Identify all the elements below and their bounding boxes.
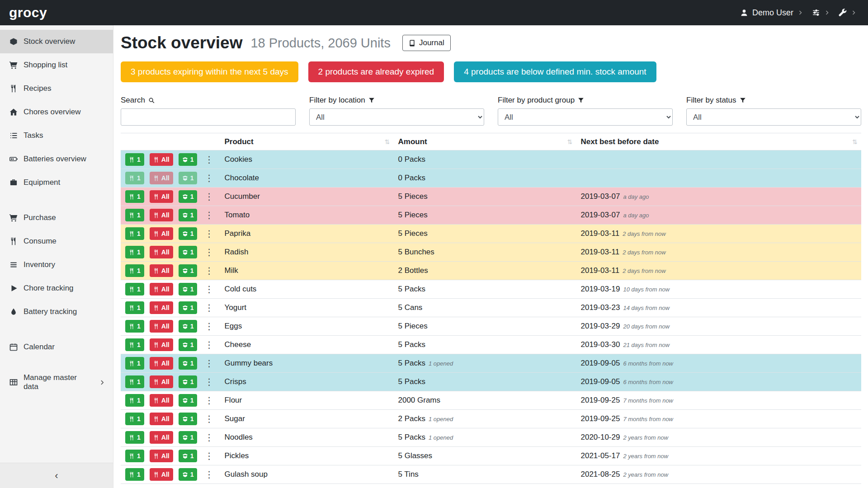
search-input[interactable] [121, 108, 296, 126]
consume-one-button[interactable]: 1 [125, 264, 144, 277]
open-one-button[interactable]: 1 [179, 338, 198, 351]
open-one-button[interactable]: 1 [179, 283, 198, 296]
sidebar-item-calendar[interactable]: Calendar [0, 335, 113, 359]
row-menu-button[interactable]: ⋮ [203, 229, 215, 238]
sidebar-item-purchase[interactable]: Purchase [0, 206, 113, 230]
sidebar-collapse-button[interactable]: ‹ [0, 463, 113, 488]
row-menu-button[interactable]: ⋮ [203, 266, 215, 275]
consume-all-button[interactable]: All [150, 172, 173, 184]
open-one-button[interactable]: 1 [179, 357, 198, 370]
consume-all-button[interactable]: All [150, 283, 173, 296]
row-menu-button[interactable]: ⋮ [203, 303, 215, 312]
consume-one-button[interactable]: 1 [125, 153, 144, 166]
product-group-filter-select[interactable]: All [498, 108, 673, 126]
row-menu-button[interactable]: ⋮ [203, 340, 215, 349]
sidebar-item-tasks[interactable]: Tasks [0, 124, 113, 147]
open-one-button[interactable]: 1 [179, 450, 198, 462]
row-menu-button[interactable]: ⋮ [203, 359, 215, 368]
open-one-button[interactable]: 1 [179, 172, 198, 184]
consume-all-button[interactable]: All [150, 227, 173, 240]
consume-all-button[interactable]: All [150, 468, 173, 481]
consume-one-button[interactable]: 1 [125, 320, 144, 333]
row-menu-button[interactable]: ⋮ [203, 414, 215, 423]
row-menu-button[interactable]: ⋮ [203, 174, 215, 183]
row-menu-button[interactable]: ⋮ [203, 377, 215, 386]
consume-all-button[interactable]: All [150, 338, 173, 351]
consume-all-button[interactable]: All [150, 153, 173, 166]
consume-one-button[interactable]: 1 [125, 468, 144, 481]
journal-button[interactable]: Journal [402, 35, 451, 51]
row-menu-button[interactable]: ⋮ [203, 470, 215, 479]
row-menu-button[interactable]: ⋮ [203, 211, 215, 220]
sidebar-item-chore-tracking[interactable]: Chore tracking [0, 277, 113, 300]
consume-one-button[interactable]: 1 [125, 413, 144, 425]
consume-one-button[interactable]: 1 [125, 375, 144, 388]
expired-alert[interactable]: 2 products are already expired [308, 61, 444, 82]
amount-column-header[interactable]: Amount⇅ [393, 133, 576, 150]
app-logo[interactable]: grocy [9, 5, 47, 20]
consume-one-button[interactable]: 1 [125, 283, 144, 296]
row-menu-button[interactable]: ⋮ [203, 285, 215, 294]
consume-all-button[interactable]: All [150, 450, 173, 462]
consume-all-button[interactable]: All [150, 264, 173, 277]
admin-menu[interactable] [839, 9, 856, 17]
consume-all-button[interactable]: All [150, 246, 173, 258]
consume-all-button[interactable]: All [150, 357, 173, 370]
open-one-button[interactable]: 1 [179, 413, 198, 425]
consume-one-button[interactable]: 1 [125, 394, 144, 407]
sidebar-item-battery-tracking[interactable]: Battery tracking [0, 300, 113, 324]
row-menu-button[interactable]: ⋮ [203, 451, 215, 460]
consume-one-button[interactable]: 1 [125, 190, 144, 203]
sidebar-item-recipes[interactable]: Recipes [0, 77, 113, 100]
status-filter-select[interactable]: All [686, 108, 861, 126]
open-one-button[interactable]: 1 [179, 190, 198, 203]
open-one-button[interactable]: 1 [179, 246, 198, 258]
consume-one-button[interactable]: 1 [125, 209, 144, 221]
row-menu-button[interactable]: ⋮ [203, 248, 215, 257]
consume-one-button[interactable]: 1 [125, 246, 144, 258]
sidebar-item-batteries-overview[interactable]: Batteries overview [0, 147, 113, 171]
product-column-header[interactable]: Product⇅ [220, 133, 393, 150]
open-one-button[interactable]: 1 [179, 468, 198, 481]
consume-all-button[interactable]: All [150, 301, 173, 314]
row-menu-button[interactable]: ⋮ [203, 155, 215, 164]
sidebar-item-equipment[interactable]: Equipment [0, 171, 113, 194]
open-one-button[interactable]: 1 [179, 264, 198, 277]
row-menu-button[interactable]: ⋮ [203, 192, 215, 201]
consume-all-button[interactable]: All [150, 375, 173, 388]
consume-one-button[interactable]: 1 [125, 172, 144, 184]
consume-one-button[interactable]: 1 [125, 338, 144, 351]
best-before-column-header[interactable]: Next best before date⇅ [576, 133, 861, 150]
row-menu-button[interactable]: ⋮ [203, 433, 215, 442]
sidebar-item-inventory[interactable]: Inventory [0, 253, 113, 277]
expiring-alert[interactable]: 3 products expiring within the next 5 da… [121, 61, 298, 82]
consume-all-button[interactable]: All [150, 320, 173, 333]
below-min-stock-alert[interactable]: 4 products are below defined min. stock … [454, 61, 656, 82]
user-menu[interactable]: Demo User [740, 8, 803, 18]
consume-one-button[interactable]: 1 [125, 357, 144, 370]
consume-all-button[interactable]: All [150, 413, 173, 425]
open-one-button[interactable]: 1 [179, 209, 198, 221]
location-filter-select[interactable]: All [309, 108, 484, 126]
consume-one-button[interactable]: 1 [125, 431, 144, 444]
consume-one-button[interactable]: 1 [125, 227, 144, 240]
consume-one-button[interactable]: 1 [125, 450, 144, 462]
consume-all-button[interactable]: All [150, 394, 173, 407]
row-menu-button[interactable]: ⋮ [203, 396, 215, 405]
consume-all-button[interactable]: All [150, 431, 173, 444]
consume-all-button[interactable]: All [150, 190, 173, 203]
open-one-button[interactable]: 1 [179, 431, 198, 444]
open-one-button[interactable]: 1 [179, 227, 198, 240]
consume-one-button[interactable]: 1 [125, 301, 144, 314]
sidebar-item-stock-overview[interactable]: Stock overview [0, 30, 113, 53]
open-one-button[interactable]: 1 [179, 320, 198, 333]
sidebar-item-chores-overview[interactable]: Chores overview [0, 100, 113, 124]
open-one-button[interactable]: 1 [179, 394, 198, 407]
consume-all-button[interactable]: All [150, 209, 173, 221]
sidebar-item-shopping-list[interactable]: Shopping list [0, 53, 113, 77]
open-one-button[interactable]: 1 [179, 301, 198, 314]
open-one-button[interactable]: 1 [179, 375, 198, 388]
sidebar-item-manage-master-data[interactable]: Manage master data [0, 371, 113, 394]
settings-menu[interactable] [812, 9, 830, 17]
open-one-button[interactable]: 1 [179, 153, 198, 166]
